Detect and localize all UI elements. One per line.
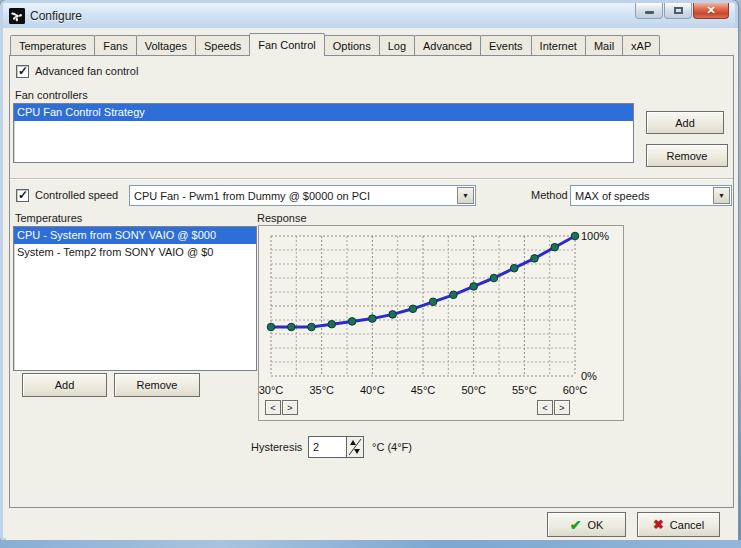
list-item[interactable]: CPU Fan Control Strategy [14,104,633,121]
controlled-speed-value: CPU Fan - Pwm1 from Dummy @ $0000 on PCI [134,190,370,202]
close-icon: ✕ [706,4,715,17]
x-icon: ✖ [653,517,664,532]
method-value: MAX of speeds [575,190,650,202]
hysteresis-label: Hysteresis [251,441,302,453]
svg-text:30°C: 30°C [259,384,283,396]
x-max-adjust: < > [537,400,571,415]
svg-text:40°C: 40°C [360,384,385,396]
controlled-speed-label: Controlled speed [35,189,118,201]
window-controls: ✕ [634,3,729,19]
ok-button-label: OK [587,519,603,531]
temperature-add-button[interactable]: Add [22,373,107,397]
fan-controller-remove-button[interactable]: Remove [646,144,728,167]
response-curve-chart[interactable]: 100%0%30°C35°C40°C45°C50°C55°C60°C [259,226,623,420]
window-title: Configure [30,9,82,23]
tab-xap[interactable]: xAP [622,35,660,55]
left-arrow-button[interactable]: < [537,400,553,415]
svg-text:100%: 100% [581,230,609,242]
ok-button[interactable]: ✔ OK [547,512,626,537]
svg-text:35°C: 35°C [309,384,334,396]
configure-window: Configure ✕ Temperatures Fans Voltages S… [0,0,738,541]
temperatures-label: Temperatures [15,212,82,224]
svg-text:55°C: 55°C [512,384,537,396]
method-label: Method [531,189,568,201]
minimize-button[interactable] [635,3,663,19]
tab-internet[interactable]: Internet [531,35,586,55]
speedfan-app-icon [9,8,25,24]
svg-text:45°C: 45°C [411,384,436,396]
list-item[interactable]: System - Temp2 from SONY VAIO @ $0 [14,244,256,261]
controlled-speed-combobox[interactable]: CPU Fan - Pwm1 from Dummy @ $0000 on PCI… [129,185,476,206]
advanced-fan-control-label: Advanced fan control [35,65,138,77]
dialog-client-area: Temperatures Fans Voltages Speeds Fan Co… [6,28,738,541]
temperature-remove-button[interactable]: Remove [114,373,200,397]
close-button[interactable]: ✕ [693,3,729,19]
svg-text:0%: 0% [581,370,597,382]
chevron-down-icon[interactable]: ▼ [457,187,474,204]
maximize-icon [674,7,683,14]
minimize-icon [645,11,654,14]
maximize-button[interactable] [664,3,692,19]
tab-advanced[interactable]: Advanced [414,35,481,55]
tab-voltages[interactable]: Voltages [136,35,196,55]
svg-text:60°C: 60°C [563,384,588,396]
cancel-button[interactable]: ✖ Cancel [637,512,720,537]
list-item[interactable]: CPU - System from SONY VAIO @ $000 [14,227,256,244]
temperatures-list[interactable]: CPU - System from SONY VAIO @ $000 Syste… [13,226,257,371]
tab-fan-control[interactable]: Fan Control [249,33,324,56]
tab-fans[interactable]: Fans [94,35,136,55]
left-arrow-button[interactable]: < [265,400,281,415]
tab-options[interactable]: Options [324,35,380,55]
spin-updown-icon[interactable] [346,437,363,457]
chevron-down-icon[interactable]: ▼ [713,187,730,204]
method-combobox[interactable]: MAX of speeds ▼ [570,185,732,206]
check-icon: ✔ [570,517,582,533]
fan-control-tab-page: Advanced fan control Fan controllers CPU… [9,55,734,508]
fan-controllers-list[interactable]: CPU Fan Control Strategy [13,103,634,163]
response-label: Response [257,212,307,224]
hysteresis-spinedit[interactable]: 2 [308,436,364,458]
tab-temperatures[interactable]: Temperatures [10,35,95,55]
right-arrow-button[interactable]: > [282,400,298,415]
section-divider [10,178,733,180]
tab-events[interactable]: Events [480,35,532,55]
desktop-taskbar-strip [0,540,741,548]
response-chart-panel: 100%0%30°C35°C40°C45°C50°C55°C60°C < > <… [258,225,624,421]
advanced-fan-control-checkbox[interactable] [16,65,29,78]
hysteresis-unit: °C (4°F) [372,441,412,453]
hysteresis-value: 2 [309,441,346,453]
x-min-adjust: < > [265,400,299,415]
controlled-speed-checkbox[interactable] [16,189,29,202]
fan-controller-add-button[interactable]: Add [646,111,724,134]
cancel-button-label: Cancel [670,519,704,531]
tab-log[interactable]: Log [379,35,415,55]
tab-speeds[interactable]: Speeds [195,35,250,55]
desktop: Configure ✕ Temperatures Fans Voltages S… [0,0,741,548]
right-arrow-button[interactable]: > [554,400,570,415]
svg-text:50°C: 50°C [461,384,486,396]
fan-controllers-label: Fan controllers [15,89,88,101]
titlebar[interactable]: Configure ✕ [3,3,735,28]
tab-strip: Temperatures Fans Voltages Speeds Fan Co… [10,32,734,55]
tab-mail[interactable]: Mail [585,35,623,55]
